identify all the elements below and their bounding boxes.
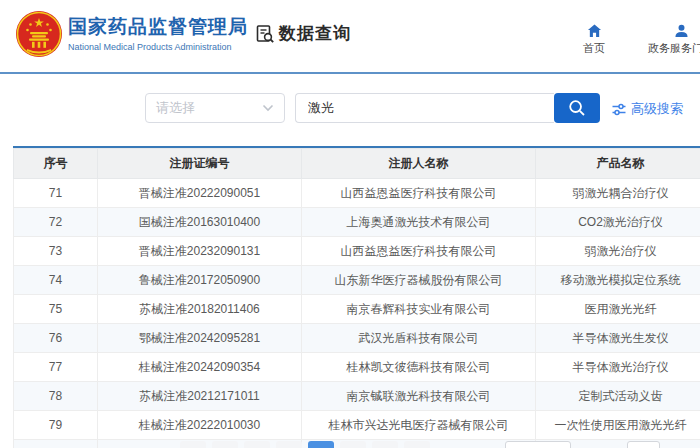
cell-cert: 桂械注准20242090354 xyxy=(98,353,302,382)
pagination-page-button[interactable]: 5 xyxy=(212,441,238,448)
cell-product: 弱激光耦合治疗仪 xyxy=(536,179,700,208)
cell-product: 一次性使用医用激光光纤 xyxy=(536,411,700,440)
cell-no: 71 xyxy=(14,179,98,208)
cell-cert: 鲁械注准20172050900 xyxy=(98,266,302,295)
site-subtitle: National Medical Products Administration xyxy=(68,42,232,52)
category-select[interactable]: 请选择 xyxy=(145,93,285,123)
table-row[interactable]: 75 苏械注准20182011406 南京春辉科技实业有限公司 医用激光光纤 xyxy=(14,295,700,324)
cell-product: 半导体激光治疗仪 xyxy=(536,353,700,382)
cell-cert: 苏械注准20212171011 xyxy=(98,382,302,411)
cell-registrant: 上海奥通激光技术有限公司 xyxy=(302,208,536,237)
cell-product: CO2激光治疗仪 xyxy=(536,208,700,237)
cell-cert: 晋械注准20232090131 xyxy=(98,237,302,266)
pagination-page-button[interactable]: 9 xyxy=(340,441,366,448)
module-title: 数据查询 xyxy=(255,22,351,45)
user-icon xyxy=(674,24,689,38)
sliders-icon xyxy=(612,103,626,116)
category-select-placeholder: 请选择 xyxy=(156,99,195,117)
cell-no: 72 xyxy=(14,208,98,237)
cell-cert: 国械注准20163010400 xyxy=(98,208,302,237)
table-row[interactable]: 72 国械注准20163010400 上海奥通激光技术有限公司 CO2激光治疗仪 xyxy=(14,208,700,237)
cell-no: 73 xyxy=(14,237,98,266)
pagination-bar: ‹ 5 6 7 8 9 10 › 10条/页 前往 页 xyxy=(0,441,700,448)
chevron-down-icon xyxy=(262,104,274,112)
cell-registrant: 桂林市兴达光电医疗器械有限公司 xyxy=(302,411,536,440)
table-row[interactable]: 79 桂械注准20222010030 桂林市兴达光电医疗器械有限公司 一次性使用… xyxy=(14,411,700,440)
cell-registrant: 山西益恩益医疗科技有限公司 xyxy=(302,179,536,208)
results-table: 序号 注册证编号 注册人名称 产品名称 71 晋械注准20222090051 山… xyxy=(13,146,700,448)
advanced-search-link[interactable]: 高级搜索 xyxy=(612,100,683,118)
cell-cert: 晋械注准20222090051 xyxy=(98,179,302,208)
cell-no: 77 xyxy=(14,353,98,382)
cell-cert: 桂械注准20222010030 xyxy=(98,411,302,440)
col-header-registrant: 注册人名称 xyxy=(302,149,536,179)
table-row[interactable]: 74 鲁械注准20172050900 山东新华医疗器械股份有限公司 移动激光模拟… xyxy=(14,266,700,295)
cell-product: 定制式活动义齿 xyxy=(536,382,700,411)
cell-registrant: 南京春辉科技实业有限公司 xyxy=(302,295,536,324)
cell-product: 医用激光光纤 xyxy=(536,295,700,324)
top-header: 国家药品监督管理局 National Medical Products Admi… xyxy=(0,0,700,72)
cell-product: 移动激光模拟定位系统 xyxy=(536,266,700,295)
advanced-search-label: 高级搜索 xyxy=(631,100,683,118)
top-navigation: 首页 政务服务门户 xyxy=(570,24,700,56)
header-divider xyxy=(0,72,700,74)
page: 国家药品监督管理局 National Medical Products Admi… xyxy=(0,0,700,448)
site-title: 国家药品监督管理局 xyxy=(68,14,248,40)
cell-registrant: 武汉光盾科技有限公司 xyxy=(302,324,536,353)
nav-gov-portal-label: 政务服务门户 xyxy=(648,41,700,56)
cell-cert: 苏械注准20182011406 xyxy=(98,295,302,324)
col-header-cert: 注册证编号 xyxy=(98,149,302,179)
table-row[interactable]: 73 晋械注准20232090131 山西益恩益医疗科技有限公司 弱激光治疗仪 xyxy=(14,237,700,266)
home-icon xyxy=(587,24,602,38)
table-row[interactable]: 71 晋械注准20222090051 山西益恩益医疗科技有限公司 弱激光耦合治疗… xyxy=(14,179,700,208)
national-emblem-icon xyxy=(15,10,63,58)
cell-registrant: 山东新华医疗器械股份有限公司 xyxy=(302,266,536,295)
module-title-label: 数据查询 xyxy=(279,22,351,45)
col-header-no: 序号 xyxy=(14,149,98,179)
cell-no: 75 xyxy=(14,295,98,324)
pagination-next-button[interactable]: › xyxy=(404,441,430,448)
cell-registrant: 桂林凯文彼德科技有限公司 xyxy=(302,353,536,382)
pagination-page-button[interactable]: 6 xyxy=(244,441,270,448)
pagination-page-button[interactable]: 7 xyxy=(276,441,302,448)
table-header-row: 序号 注册证编号 注册人名称 产品名称 xyxy=(14,149,700,179)
cell-registrant: 南京铖联激光科技有限公司 xyxy=(302,382,536,411)
cell-no: 74 xyxy=(14,266,98,295)
cell-product: 弱激光治疗仪 xyxy=(536,237,700,266)
search-icon xyxy=(568,99,586,117)
search-button[interactable] xyxy=(554,93,600,123)
pagination-page-button[interactable]: 10 xyxy=(372,441,398,448)
cell-no: 79 xyxy=(14,411,98,440)
data-query-icon xyxy=(255,24,275,44)
col-header-product: 产品名称 xyxy=(536,149,700,179)
table-row[interactable]: 78 苏械注准20212171011 南京铖联激光科技有限公司 定制式活动义齿 xyxy=(14,382,700,411)
table-row[interactable]: 76 鄂械注准20242095281 武汉光盾科技有限公司 半导体激光生发仪 xyxy=(14,324,700,353)
pagination-prev-button[interactable]: ‹ xyxy=(180,441,206,448)
page-size-select[interactable]: 10条/页 xyxy=(505,441,571,448)
nav-home[interactable]: 首页 xyxy=(570,24,618,56)
page-jump-input[interactable] xyxy=(627,441,660,448)
pagination-current-page[interactable]: 8 xyxy=(308,441,334,448)
nav-gov-portal[interactable]: 政务服务门户 xyxy=(648,24,700,56)
cell-registrant: 山西益恩益医疗科技有限公司 xyxy=(302,237,536,266)
nav-home-label: 首页 xyxy=(583,41,605,56)
cell-no: 76 xyxy=(14,324,98,353)
table-row[interactable]: 77 桂械注准20242090354 桂林凯文彼德科技有限公司 半导体激光治疗仪 xyxy=(14,353,700,382)
search-input[interactable] xyxy=(295,93,554,123)
cell-no: 78 xyxy=(14,382,98,411)
cell-product: 半导体激光生发仪 xyxy=(536,324,700,353)
cell-cert: 鄂械注准20242095281 xyxy=(98,324,302,353)
